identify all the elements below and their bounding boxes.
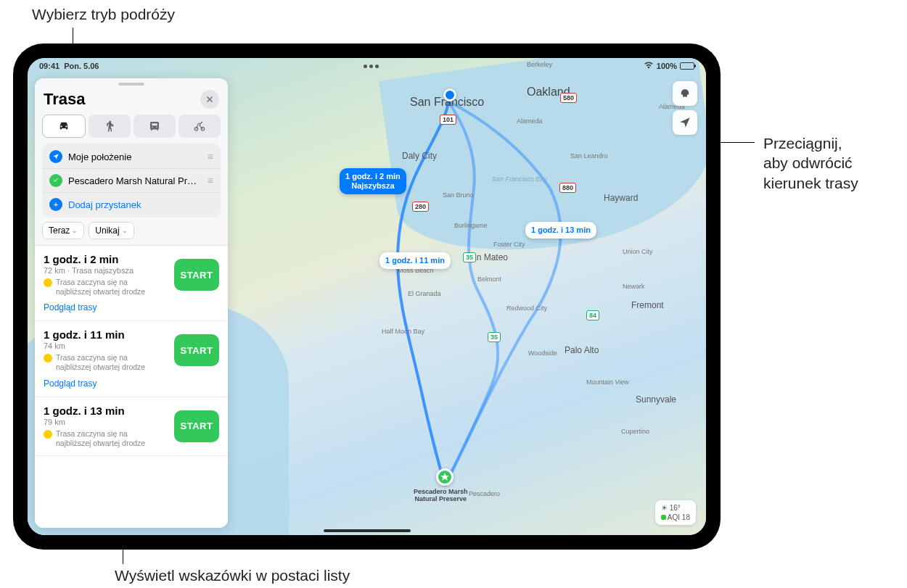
start-marker[interactable] xyxy=(443,88,456,102)
hwy-shield: 880 xyxy=(559,183,576,193)
route-pin-alt2[interactable]: 1 godz. i 13 min xyxy=(525,222,596,239)
hwy-shield: 280 xyxy=(412,202,429,212)
close-button[interactable] xyxy=(200,90,219,109)
ipad-frame: San Francisco Oakland Berkeley Alameda A… xyxy=(13,44,721,550)
warning-icon xyxy=(44,354,52,363)
depart-time-selector[interactable]: Teraz⌄ xyxy=(42,222,84,239)
route-preview-link[interactable]: Podgląd trasy xyxy=(44,302,97,312)
city-woodside: Woodside xyxy=(528,349,557,357)
city-redwood: Redwood City xyxy=(506,305,547,312)
city-elgranada: El Granada xyxy=(408,290,441,297)
status-bar: 09:41 Pon. 5.06 100% xyxy=(28,58,706,74)
city-cupertino: Cupertino xyxy=(621,428,649,435)
route-advisory: Trasa zaczyna się na najbliższej otwarte… xyxy=(44,353,160,372)
hwy-shield: 84 xyxy=(586,310,599,320)
waypoints-panel: Moje położenie ≡ Pescadero Marsh Natural… xyxy=(42,144,221,218)
mode-drive[interactable] xyxy=(42,115,86,138)
start-button[interactable]: START xyxy=(174,334,219,366)
route-pin-fastest[interactable]: 1 godz. i 2 minNajszybsza xyxy=(340,168,406,194)
start-button[interactable]: START xyxy=(174,259,219,291)
warning-icon xyxy=(44,430,52,439)
status-time: 09:41 xyxy=(39,62,59,70)
city-mountainview: Mountain View xyxy=(586,378,629,386)
city-fremont: Fremont xyxy=(631,300,664,310)
add-stop[interactable]: + Dodaj przystanek xyxy=(42,192,221,216)
city-hayward: Hayward xyxy=(604,193,638,203)
city-sunnyvale: Sunnyvale xyxy=(636,394,676,405)
label-sfbay: San Francisco Bay xyxy=(492,175,547,183)
city-burlingame: Burlingame xyxy=(454,222,488,229)
route-advisory: Trasa zaczyna się na najbliższej otwarte… xyxy=(44,429,160,448)
hwy-shield: 101 xyxy=(440,115,456,125)
city-pescadero: Pescadero xyxy=(469,490,500,497)
destination-marker[interactable] xyxy=(436,468,454,486)
callout-right: Przeciągnij, aby odwrócić kierunek trasy xyxy=(763,133,858,193)
weather-badge[interactable]: ☀ 16° AQI 18 xyxy=(655,500,696,525)
hwy-shield: 580 xyxy=(560,93,577,103)
map-mode-button[interactable] xyxy=(673,81,697,106)
city-belmont: Belmont xyxy=(477,276,501,283)
mode-transit[interactable] xyxy=(134,115,176,138)
warning-icon xyxy=(44,278,52,287)
callout-top: Wybierz tryb podróży xyxy=(32,4,175,24)
waypoint-end-label: Pescadero Marsh Natural Pres… xyxy=(68,175,202,186)
city-paloalto: Palo Alto xyxy=(565,345,599,355)
routes-list[interactable]: 1 godz. i 2 min 72 km · Trasa najszybsza… xyxy=(35,245,228,528)
start-button[interactable]: START xyxy=(174,410,219,442)
route-advisory: Trasa zaczyna się na najbliższej otwarte… xyxy=(44,278,160,297)
wifi-icon xyxy=(644,62,654,70)
reorder-handle-icon[interactable]: ≡ xyxy=(208,175,213,186)
city-newark: Newark xyxy=(623,283,645,290)
city-fostercity: Foster City xyxy=(493,241,525,248)
city-sanbruno: San Bruno xyxy=(443,191,474,199)
directions-card: Trasa xyxy=(35,78,228,528)
city-sanleandro: San Leandro xyxy=(570,152,608,160)
city-unioncity: Union City xyxy=(623,248,653,255)
home-indicator[interactable] xyxy=(324,529,411,532)
waypoint-start[interactable]: Moje położenie ≡ xyxy=(42,145,221,168)
city-dalycity: Daly City xyxy=(402,151,437,161)
route-option-0[interactable]: 1 godz. i 2 min 72 km · Trasa najszybsza… xyxy=(35,246,228,321)
ipad-screen: San Francisco Oakland Berkeley Alameda A… xyxy=(28,58,706,535)
battery-pct: 100% xyxy=(657,62,677,70)
locate-me-button[interactable] xyxy=(673,110,697,135)
waypoint-start-label: Moje położenie xyxy=(68,152,202,162)
hwy-shield: 35 xyxy=(488,332,501,342)
svg-point-3 xyxy=(201,122,202,123)
plus-icon: + xyxy=(49,198,62,211)
route-option-1[interactable]: 1 godz. i 11 min 74 km Trasa zaczyna się… xyxy=(35,321,228,397)
chevron-down-icon: ⌄ xyxy=(122,227,128,234)
city-halfmoon: Half Moon Bay xyxy=(382,328,424,335)
mode-cycle[interactable] xyxy=(178,115,221,138)
city-alameda2: Alameda xyxy=(517,117,543,125)
destination-icon xyxy=(49,174,62,187)
hwy-shield: 35 xyxy=(463,252,476,262)
destination-label: Pescadero MarshNatural Preserve xyxy=(414,489,468,503)
travel-mode-tabs xyxy=(35,115,228,144)
avoid-selector[interactable]: Unikaj⌄ xyxy=(89,222,134,239)
reorder-handle-icon[interactable]: ≡ xyxy=(208,151,213,162)
route-preview-link[interactable]: Podgląd trasy xyxy=(44,378,97,389)
callout-bottom: Wyświetl wskazówki w postaci listy xyxy=(115,566,350,585)
mode-walk[interactable] xyxy=(89,115,131,138)
route-option-2[interactable]: 1 godz. i 13 min 79 km Trasa zaczyna się… xyxy=(35,397,228,456)
status-date: Pon. 5.06 xyxy=(64,62,99,70)
card-title: Trasa xyxy=(44,90,200,109)
location-icon xyxy=(49,150,62,163)
chevron-down-icon: ⌄ xyxy=(72,227,78,234)
route-pin-alt1[interactable]: 1 godz. i 11 min xyxy=(379,252,451,269)
battery-icon xyxy=(680,62,694,70)
add-stop-label: Dodaj przystanek xyxy=(68,199,213,210)
waypoint-end[interactable]: Pescadero Marsh Natural Pres… ≡ xyxy=(42,168,221,192)
